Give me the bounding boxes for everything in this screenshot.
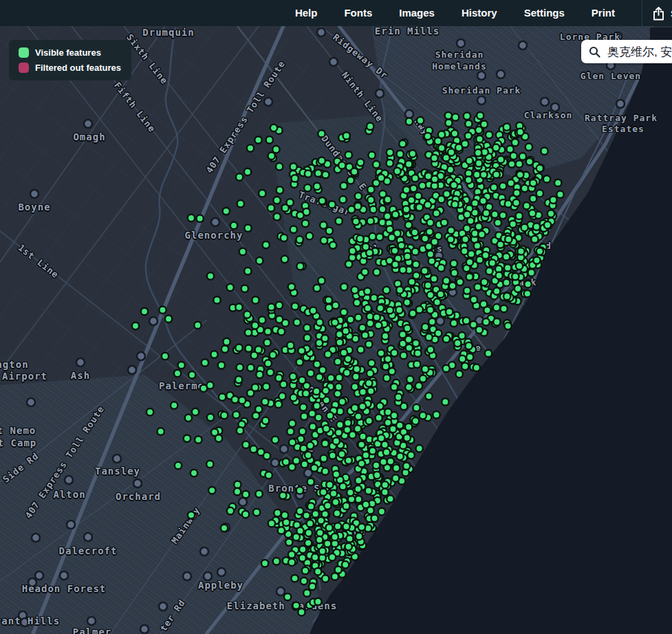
feature-dot[interactable] (426, 307, 433, 314)
feature-dot[interactable] (514, 285, 521, 292)
feature-dot[interactable] (354, 203, 361, 210)
feature-dot[interactable] (392, 261, 399, 267)
feature-dot[interactable] (383, 287, 390, 294)
feature-dot[interactable] (276, 302, 283, 309)
feature-dot[interactable] (485, 350, 492, 357)
feature-dot[interactable] (456, 371, 463, 378)
nav-item-images[interactable]: Images (399, 0, 435, 26)
feature-dot[interactable] (437, 265, 444, 272)
feature-dot[interactable] (223, 208, 230, 215)
feature-dot[interactable] (268, 303, 274, 310)
feature-dot[interactable] (268, 520, 275, 527)
feature-dot[interactable] (391, 384, 398, 391)
feature-dot[interactable] (332, 302, 339, 309)
feature-dot[interactable] (244, 225, 251, 232)
feature-dot[interactable] (343, 503, 349, 510)
feature-dot[interactable] (406, 345, 413, 351)
feature-dot[interactable] (356, 235, 363, 242)
feature-dot[interactable] (476, 135, 483, 142)
feature-dot[interactable] (307, 503, 314, 510)
feature-dot[interactable] (234, 481, 241, 488)
feature-dot[interactable] (332, 534, 338, 540)
feature-dot[interactable] (426, 228, 433, 235)
feature-dot[interactable] (307, 442, 314, 449)
feature-dot[interactable] (320, 221, 327, 228)
feature-dot[interactable] (285, 538, 292, 545)
feature-dot[interactable] (288, 283, 295, 290)
feature-dot[interactable] (424, 282, 431, 289)
feature-dot[interactable] (429, 318, 435, 325)
feature-dot[interactable] (388, 234, 395, 241)
feature-dot[interactable] (329, 554, 336, 560)
feature-dot[interactable] (373, 269, 380, 276)
feature-dot[interactable] (292, 175, 299, 182)
feature-dot[interactable] (433, 210, 440, 217)
feature-dot[interactable] (482, 318, 489, 325)
feature-dot[interactable] (335, 566, 342, 573)
feature-dot[interactable] (244, 168, 251, 175)
feature-dot[interactable] (517, 129, 523, 135)
feature-dot[interactable] (351, 168, 358, 175)
feature-dot[interactable] (289, 420, 296, 427)
feature-dot[interactable] (333, 471, 340, 478)
feature-dot[interactable] (319, 547, 326, 554)
feature-dot[interactable] (413, 340, 420, 347)
feature-dot[interactable] (368, 152, 375, 159)
feature-dot[interactable] (286, 199, 293, 206)
feature-dot[interactable] (270, 351, 277, 358)
feature-dot[interactable] (435, 138, 442, 144)
feature-dot[interactable] (158, 428, 164, 435)
feature-dot[interactable] (338, 398, 345, 405)
feature-dot[interactable] (298, 347, 305, 354)
feature-dot[interactable] (500, 305, 507, 312)
feature-dot[interactable] (449, 283, 456, 289)
feature-dot[interactable] (443, 277, 450, 284)
feature-dot[interactable] (278, 328, 285, 335)
feature-dot[interactable] (276, 316, 283, 323)
feature-dot[interactable] (407, 452, 414, 459)
feature-dot[interactable] (382, 363, 389, 370)
feature-dot[interactable] (512, 139, 519, 146)
feature-dot[interactable] (451, 130, 458, 137)
feature-dot[interactable] (185, 415, 192, 422)
feature-dot[interactable] (481, 121, 488, 128)
feature-dot[interactable] (503, 124, 510, 131)
feature-dot[interactable] (259, 316, 265, 323)
feature-dot[interactable] (347, 177, 354, 184)
feature-dot[interactable] (380, 459, 387, 466)
feature-dot[interactable] (192, 408, 199, 415)
feature-dot[interactable] (309, 583, 316, 590)
feature-dot[interactable] (279, 492, 286, 499)
feature-dot[interactable] (405, 336, 412, 343)
feature-dot[interactable] (292, 602, 299, 609)
feature-dot[interactable] (235, 304, 242, 311)
feature-dot[interactable] (426, 219, 433, 226)
feature-dot[interactable] (451, 320, 457, 327)
feature-dot[interactable] (305, 539, 312, 546)
feature-dot[interactable] (533, 223, 540, 230)
feature-dot[interactable] (354, 485, 361, 492)
feature-dot[interactable] (301, 461, 308, 468)
feature-dot[interactable] (516, 263, 523, 270)
feature-dot[interactable] (284, 593, 291, 600)
feature-dot[interactable] (322, 575, 329, 582)
feature-dot[interactable] (409, 278, 415, 285)
feature-dot[interactable] (321, 455, 327, 462)
feature-dot[interactable] (416, 204, 423, 210)
feature-dot[interactable] (448, 149, 455, 155)
feature-dot[interactable] (252, 384, 259, 391)
feature-dot[interactable] (223, 338, 230, 345)
feature-dot[interactable] (188, 371, 195, 378)
feature-dot[interactable] (296, 212, 303, 219)
feature-dot[interactable] (327, 375, 334, 382)
feature-dot[interactable] (521, 224, 528, 231)
feature-dot[interactable] (466, 259, 473, 265)
feature-dot[interactable] (273, 197, 280, 204)
feature-dot[interactable] (266, 136, 273, 143)
feature-dot[interactable] (291, 575, 298, 582)
feature-dot[interactable] (383, 375, 390, 382)
feature-dot[interactable] (524, 281, 531, 287)
nav-item-help[interactable]: Help (295, 0, 318, 26)
feature-dot[interactable] (221, 525, 228, 532)
feature-dot[interactable] (416, 306, 423, 313)
